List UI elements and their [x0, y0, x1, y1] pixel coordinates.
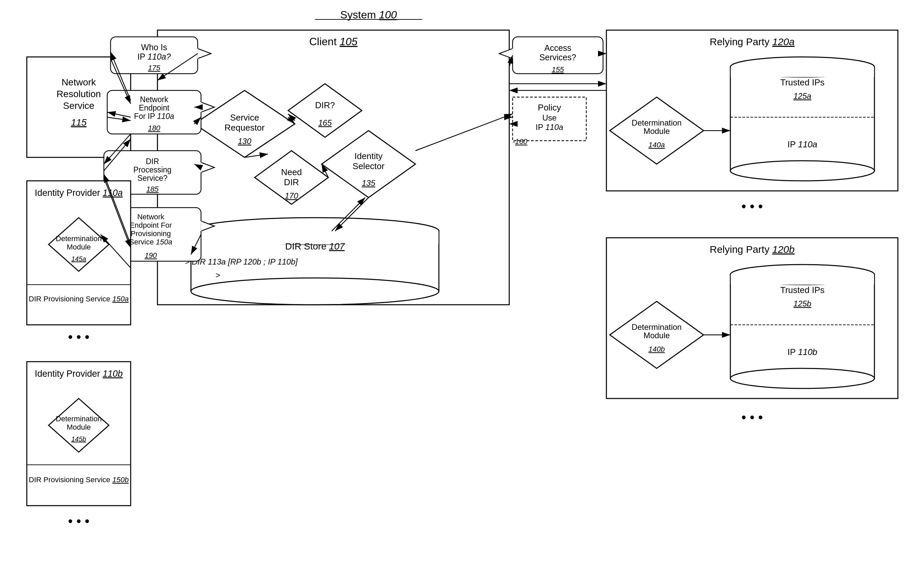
system-title: System 100 — [340, 9, 397, 21]
client-label: Client 105 — [309, 36, 358, 48]
ne-ip-label: Network — [140, 95, 168, 104]
ip-b-label: Identity Provider 110b — [35, 369, 123, 379]
trusted-a-ip: IP 110a — [787, 139, 817, 149]
dm-b-label2: Module — [644, 331, 670, 340]
dir-prov-a-label: DIR Provisioning Service 150a — [29, 295, 129, 303]
is-label: Identity — [355, 151, 383, 161]
trusted-b-id: 125b — [793, 299, 811, 308]
ds-content2: > — [215, 270, 220, 280]
who-is-id: 175 — [148, 64, 160, 72]
dir-store-bottom — [191, 278, 439, 305]
is-label2: Selector — [352, 161, 384, 171]
dm-a-id: 140a — [648, 141, 665, 149]
who-is-label: Who Is — [141, 43, 167, 52]
policy-label: Policy — [538, 102, 561, 112]
policy-use: Use — [543, 113, 557, 122]
trusted-a-label: Trusted IPs — [780, 77, 825, 87]
sr-label: Service — [230, 112, 259, 123]
nd-label2: DIR — [284, 177, 299, 187]
access-label: Access — [544, 43, 572, 53]
dm-145a-id: 145a — [71, 255, 86, 262]
dm-a-label: Determination — [632, 118, 681, 127]
nrs-id: 115 — [71, 117, 87, 128]
dm-145b-label2: Module — [67, 423, 91, 431]
ds-content1: > DIR 113a [RP 120b ; IP 110b] — [185, 257, 298, 266]
dm-145a-label: Determination — [56, 234, 102, 243]
nd-id: 170 — [285, 191, 299, 200]
nd-label: Need — [281, 167, 302, 177]
dm-145b-label: Determination — [56, 415, 102, 423]
trusted-a-bottom — [730, 161, 874, 181]
dm-145a-label2: Module — [67, 243, 91, 251]
ds-label: DIR Store 107 — [285, 241, 345, 252]
ne-ip-label3: For IP 110a — [134, 112, 174, 120]
nrs-label2: Resolution — [57, 89, 101, 99]
dm-b-id: 140b — [648, 345, 665, 353]
trusted-b-bottom — [730, 368, 874, 389]
is-id: 135 — [362, 178, 376, 188]
ne-prov-label3: Provisioning — [131, 229, 171, 238]
policy-ip: IP 110a — [536, 123, 563, 132]
trusted-b-ip: IP 110b — [787, 347, 817, 357]
dir-q-label: DIR? — [315, 100, 335, 110]
dm-b-label: Determination — [632, 323, 681, 331]
nrs-label3: Service — [63, 101, 94, 111]
dm-145b-id: 145b — [71, 435, 86, 443]
dir-q-id: 165 — [318, 118, 332, 127]
ne-ip-label2: Endpoint — [139, 104, 170, 112]
trusted-b-cover — [731, 275, 874, 285]
access-id: 155 — [552, 65, 564, 74]
dir-proc-id: 185 — [147, 185, 159, 193]
rp-dots: • • • — [741, 199, 763, 214]
dir-proc-label: DIR — [146, 157, 159, 166]
access-label2: Services? — [540, 53, 576, 62]
ne-prov-id: 190 — [145, 251, 157, 260]
dm-a-label2: Module — [644, 127, 670, 136]
sr-label2: Requestor — [224, 123, 265, 133]
trusted-a-cover — [731, 67, 874, 77]
policy-id: -160 — [513, 137, 528, 146]
trusted-b-label: Trusted IPs — [780, 285, 825, 295]
ip-a-dots: • • • — [68, 330, 89, 344]
ne-prov-label2: Endpoint For — [130, 221, 172, 229]
rp-a-label: Relying Party 120a — [710, 36, 795, 47]
sr-id: 130 — [238, 137, 252, 146]
diagram-container: System 100 Network Resolution Service 11… — [0, 0, 924, 580]
dir-proc-label2: Processing — [133, 165, 172, 174]
ne-prov-label4: Service 150a — [129, 238, 172, 246]
nrs-label: Network — [62, 77, 96, 87]
trusted-a-id: 125a — [793, 91, 811, 101]
rp-b-label: Relying Party 120b — [710, 244, 795, 255]
ne-prov-label: Network — [137, 213, 165, 221]
dir-proc-label3: Service? — [137, 174, 167, 183]
ne-ip-id: 180 — [148, 124, 160, 132]
ip-b-dots: • • • — [68, 514, 89, 529]
rp-b-dots: • • • — [741, 410, 763, 425]
who-is-label2: IP 110a? — [137, 52, 171, 61]
dir-prov-b-label: DIR Provisioning Service 150b — [29, 476, 129, 484]
